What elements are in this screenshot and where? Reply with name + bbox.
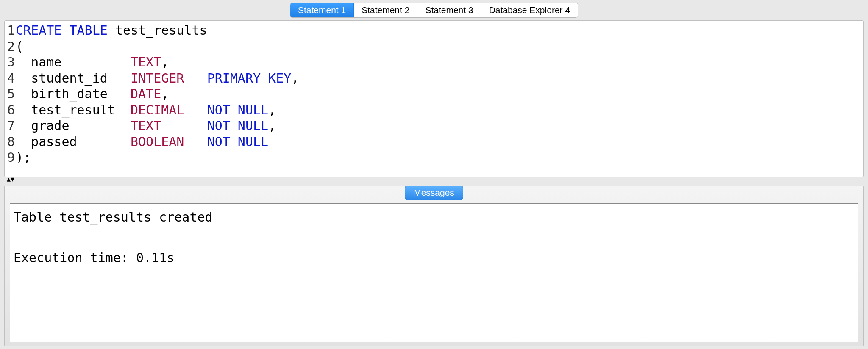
line-number: 1 bbox=[7, 22, 15, 39]
sql-editor[interactable]: 123456789 CREATE TABLE test_results( nam… bbox=[4, 20, 864, 177]
line-number: 3 bbox=[7, 54, 15, 70]
tab-statement-3[interactable]: Statement 3 bbox=[417, 3, 481, 17]
split-handle[interactable]: ▴▾ bbox=[7, 177, 864, 181]
line-number: 8 bbox=[7, 134, 15, 150]
code-line[interactable]: test_result DECIMAL NOT NULL, bbox=[16, 102, 299, 118]
results-panel: Messages Table test_results created Exec… bbox=[4, 186, 864, 346]
line-number: 6 bbox=[7, 102, 15, 118]
messages-output[interactable]: Table test_results created Execution tim… bbox=[10, 203, 858, 342]
line-number-gutter: 123456789 bbox=[5, 22, 16, 166]
tab-bar: Statement 1Statement 2Statement 3Databas… bbox=[4, 0, 864, 18]
code-area[interactable]: CREATE TABLE test_results( name TEXT, st… bbox=[16, 22, 299, 166]
line-number: 9 bbox=[7, 150, 15, 166]
code-line[interactable]: birth_date DATE, bbox=[16, 86, 299, 102]
line-number: 4 bbox=[7, 70, 15, 86]
code-line[interactable]: grade TEXT NOT NULL, bbox=[16, 118, 299, 134]
code-line[interactable]: name TEXT, bbox=[16, 54, 299, 70]
code-line[interactable]: ); bbox=[16, 150, 299, 166]
code-line[interactable]: student_id INTEGER PRIMARY KEY, bbox=[16, 70, 299, 86]
tab-database-explorer-4[interactable]: Database Explorer 4 bbox=[481, 3, 578, 17]
line-number: 5 bbox=[7, 86, 15, 102]
line-number: 2 bbox=[7, 39, 15, 55]
tab-statement-1[interactable]: Statement 1 bbox=[290, 3, 354, 17]
line-number: 7 bbox=[7, 118, 15, 134]
code-line[interactable]: CREATE TABLE test_results bbox=[16, 22, 299, 39]
code-line[interactable]: passed BOOLEAN NOT NULL bbox=[16, 134, 299, 150]
code-line[interactable]: ( bbox=[16, 39, 299, 55]
messages-tab[interactable]: Messages bbox=[405, 186, 463, 200]
tab-statement-2[interactable]: Statement 2 bbox=[354, 3, 417, 17]
